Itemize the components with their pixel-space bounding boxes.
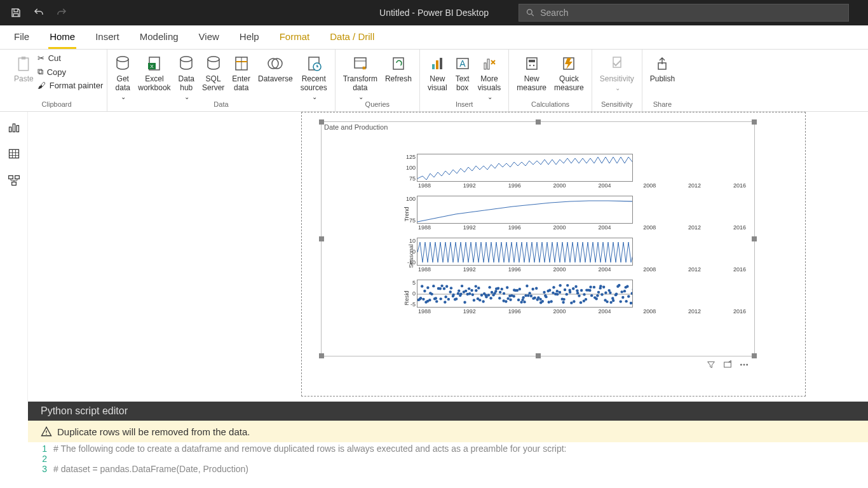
enter-data-button[interactable]: Enter data <box>228 52 254 94</box>
svg-point-9 <box>208 57 219 62</box>
copy-button[interactable]: ⧉Copy <box>37 67 104 77</box>
svg-point-81 <box>461 285 463 287</box>
search-icon <box>526 8 535 18</box>
excel-button[interactable]: XExcel workbook <box>134 52 174 94</box>
decomposition-chart: 12510075 1988199219962000200420082012201… <box>417 154 747 316</box>
svg-point-190 <box>599 285 602 287</box>
data-hub-button[interactable]: Data hub <box>175 52 198 102</box>
report-canvas[interactable]: Date and Production 12510075 19881992199… <box>28 112 868 402</box>
svg-rect-43 <box>15 176 19 179</box>
svg-point-66 <box>443 287 445 290</box>
save-icon[interactable] <box>10 7 22 18</box>
search-box[interactable] <box>519 4 849 22</box>
svg-point-133 <box>527 294 529 297</box>
svg-point-84 <box>465 290 467 292</box>
tab-insert[interactable]: Insert <box>94 26 121 49</box>
cut-button[interactable]: ✂Cut <box>37 53 104 63</box>
paste-button[interactable]: Paste <box>10 52 37 85</box>
more-visuals-button[interactable]: More visuals <box>474 52 505 102</box>
undo-icon[interactable] <box>33 7 44 18</box>
svg-point-104 <box>491 291 493 294</box>
sql-server-button[interactable]: SQL Server <box>198 52 228 94</box>
svg-point-204 <box>618 284 620 287</box>
group-queries: Queries <box>365 100 390 109</box>
svg-point-177 <box>583 293 585 295</box>
model-view-icon[interactable] <box>8 174 20 187</box>
svg-point-175 <box>580 289 583 292</box>
window-title: Untitled - Power BI Desktop <box>379 8 489 18</box>
sensitivity-button[interactable]: Sensitivity <box>596 52 638 94</box>
report-view-icon[interactable] <box>8 121 20 133</box>
svg-point-67 <box>444 301 446 303</box>
svg-point-88 <box>470 289 473 292</box>
svg-point-172 <box>576 292 579 294</box>
svg-point-119 <box>509 299 512 301</box>
more-options-icon[interactable] <box>739 360 749 370</box>
svg-point-96 <box>480 294 483 296</box>
svg-rect-42 <box>8 176 13 179</box>
svg-point-173 <box>578 294 580 297</box>
filter-icon[interactable] <box>706 360 716 370</box>
svg-point-130 <box>523 301 526 303</box>
svg-point-112 <box>501 288 503 290</box>
python-visual[interactable]: Date and Production 12510075 19881992199… <box>321 121 755 356</box>
tab-data-drill[interactable]: Data / Drill <box>329 26 376 49</box>
get-data-button[interactable]: Get data <box>111 52 134 102</box>
tab-format[interactable]: Format <box>278 26 311 49</box>
svg-rect-2 <box>19 58 29 71</box>
refresh-button[interactable]: Refresh <box>381 52 416 85</box>
svg-point-218 <box>743 364 745 365</box>
svg-rect-3 <box>22 57 26 59</box>
svg-text:X: X <box>150 64 154 69</box>
report-page[interactable]: Date and Production 12510075 19881992199… <box>301 112 806 396</box>
tab-file[interactable]: File <box>13 26 31 49</box>
svg-point-125 <box>517 299 520 301</box>
new-visual-button[interactable]: New visual <box>424 52 451 94</box>
svg-point-128 <box>521 299 524 301</box>
script-editor-header[interactable]: Python script editor <box>28 402 868 421</box>
search-input[interactable] <box>540 8 842 18</box>
publish-button[interactable]: Publish <box>646 52 679 85</box>
svg-point-102 <box>488 286 491 288</box>
text-box-button[interactable]: AText box <box>451 52 474 94</box>
svg-rect-44 <box>11 182 16 186</box>
svg-point-107 <box>494 290 497 292</box>
svg-point-111 <box>499 291 501 294</box>
recent-sources-button[interactable]: Recent sources <box>297 52 331 102</box>
svg-point-78 <box>458 289 460 292</box>
group-data: Data <box>214 100 228 109</box>
format-painter-button[interactable]: 🖌Format painter <box>37 81 104 90</box>
title-bar: Untitled - Power BI Desktop <box>0 0 868 25</box>
svg-point-71 <box>449 290 452 293</box>
quick-measure-button[interactable]: Quick measure <box>550 52 588 94</box>
svg-point-83 <box>463 301 466 304</box>
svg-point-77 <box>457 292 459 295</box>
transform-data-button[interactable]: Transform data <box>339 52 381 102</box>
data-view-icon[interactable] <box>8 147 20 160</box>
code-editor[interactable]: 1# The following code to create a datafr… <box>28 442 868 475</box>
svg-point-124 <box>516 289 519 292</box>
svg-point-191 <box>600 293 603 295</box>
svg-point-50 <box>422 298 424 301</box>
svg-point-194 <box>604 292 607 294</box>
svg-point-129 <box>522 296 524 299</box>
focus-mode-icon[interactable] <box>722 360 733 370</box>
svg-rect-22 <box>440 58 442 69</box>
svg-point-132 <box>526 285 528 287</box>
svg-rect-27 <box>527 58 537 69</box>
redo-icon[interactable] <box>56 7 67 18</box>
svg-point-86 <box>468 287 470 290</box>
tab-home[interactable]: Home <box>48 26 76 49</box>
svg-point-221 <box>46 434 47 435</box>
tab-view[interactable]: View <box>198 26 220 49</box>
svg-rect-20 <box>432 64 435 69</box>
svg-point-68 <box>444 295 447 298</box>
tab-help[interactable]: Help <box>238 26 261 49</box>
svg-point-69 <box>445 285 448 288</box>
dataverse-button[interactable]: Dataverse <box>254 52 297 85</box>
group-clipboard: Clipboard <box>42 100 72 109</box>
svg-point-87 <box>468 292 471 295</box>
tab-modeling[interactable]: Modeling <box>139 26 180 49</box>
new-measure-button[interactable]: New measure <box>513 52 550 94</box>
svg-point-97 <box>482 300 484 302</box>
